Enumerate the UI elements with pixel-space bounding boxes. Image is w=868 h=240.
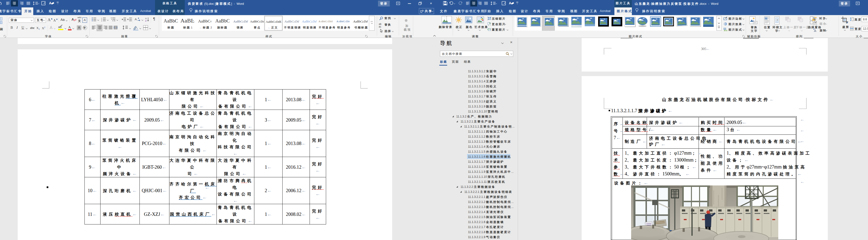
svg-text:A: A xyxy=(145,17,147,20)
svg-text:Z: Z xyxy=(145,20,147,22)
svg-text:3: 3 xyxy=(101,20,102,22)
svg-text:A: A xyxy=(135,18,137,21)
